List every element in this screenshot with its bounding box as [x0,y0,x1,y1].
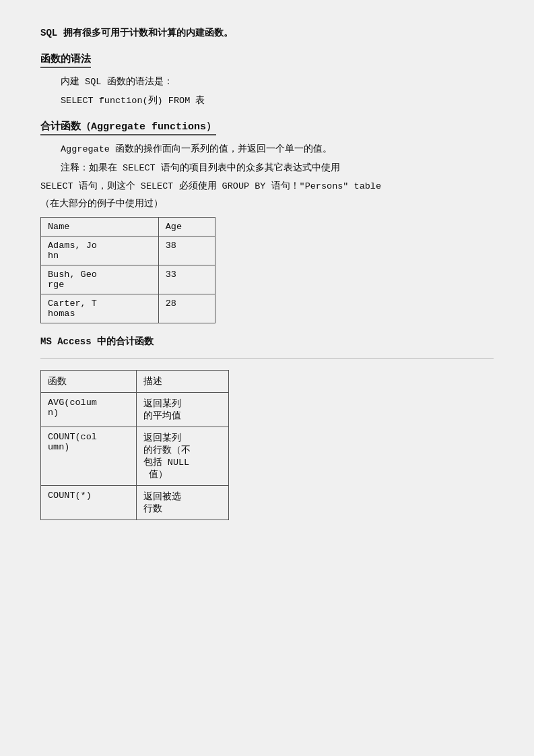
desc-cell: 返回某列的平均值 [136,392,228,427]
col-header-age: Age [158,217,215,236]
desc-col-header: 描述 [136,370,228,392]
aggregate-heading: 合计函数（Aggregate functions） [40,120,216,135]
divider [40,358,494,359]
desc-cell: 返回被选行数 [136,485,228,519]
persons-table: Name Age Adams, John 38 Bush, George 33 … [40,217,215,323]
aggregate-section: 合计函数（Aggregate functions） Aggregate 函数的操… [40,120,494,323]
intro-text: SQL 拥有很多可用于计数和计算的内建函数。 [40,27,494,39]
page: SQL 拥有很多可用于计数和计算的内建函数。 函数的语法 内建 SQL 函数的语… [0,0,534,756]
func-col-header: 函数 [41,370,137,392]
table-row: COUNT(*) 返回被选行数 [41,485,229,519]
table-row: AVG(column) 返回某列的平均值 [41,392,229,427]
desc-cell: 返回某列的行数（不包括 NULL 值） [136,427,228,485]
name-cell: Carter, Thomas [41,294,159,323]
col-header-name: Name [41,217,159,236]
age-cell: 38 [158,236,215,265]
aggregate-line3: SELECT 语句，则这个 SELECT 必须使用 GROUP BY 语句！"P… [40,179,494,194]
func-table: 函数 描述 AVG(column) 返回某列的平均值 COUNT(column)… [40,370,229,520]
func-cell: COUNT(column) [41,427,137,485]
ms-access-section: MS Access 中的合计函数 函数 描述 AVG(column) 返回某列的… [40,336,494,520]
syntax-heading: 函数的语法 [40,53,91,68]
func-cell: COUNT(*) [41,485,137,519]
func-cell: AVG(column) [41,392,137,427]
table-row: Carter, Thomas 28 [41,294,215,323]
ms-access-heading: MS Access 中的合计函数 [40,336,494,348]
syntax-section: 函数的语法 内建 SQL 函数的语法是： SELECT function(列) … [40,53,494,108]
func-header-row: 函数 描述 [41,370,229,392]
table-row: COUNT(column) 返回某列的行数（不包括 NULL 值） [41,427,229,485]
name-cell: Bush, George [41,265,159,294]
aggregate-line1: Aggregate 函数的操作面向一系列的值，并返回一个单一的值。 [40,142,494,157]
syntax-line1: 内建 SQL 函数的语法是： [40,75,494,90]
table-header-row: Name Age [41,217,215,236]
age-cell: 33 [158,265,215,294]
aggregate-line4: （在大部分的例子中使用过） [40,197,494,212]
syntax-line2: SELECT function(列) FROM 表 [40,94,494,108]
name-cell: Adams, John [41,236,159,265]
age-cell: 28 [158,294,215,323]
table-row: Bush, George 33 [41,265,215,294]
aggregate-line2: 注释：如果在 SELECT 语句的项目列表中的众多其它表达式中使用 [40,161,494,176]
table-row: Adams, John 38 [41,236,215,265]
